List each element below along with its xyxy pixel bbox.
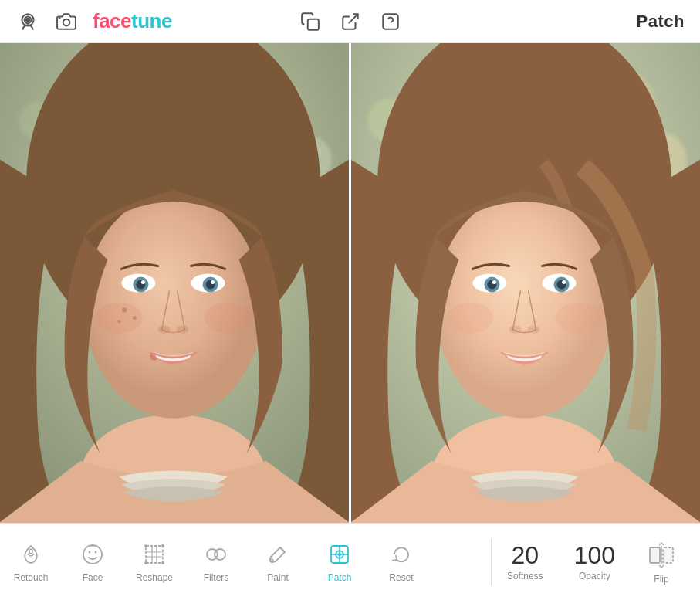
svg-rect-53	[146, 546, 163, 563]
svg-rect-66	[650, 547, 660, 563]
top-bar-left: facetune	[15, 9, 172, 34]
flip-control[interactable]: Flip	[631, 534, 692, 591]
svg-point-27	[133, 316, 137, 320]
svg-point-46	[528, 326, 540, 334]
retouch-label: Retouch	[14, 572, 49, 583]
svg-point-23	[177, 326, 189, 334]
softness-value: 20	[511, 543, 539, 568]
tool-patch[interactable]: Patch	[309, 535, 370, 589]
svg-rect-5	[383, 14, 398, 29]
paint-label: Paint	[267, 572, 288, 583]
opacity-value: 100	[574, 543, 615, 568]
tool-face[interactable]: Face	[62, 535, 123, 589]
svg-point-44	[562, 280, 566, 284]
patch-label: Patch	[328, 572, 352, 583]
svg-point-20	[141, 280, 145, 284]
svg-point-47	[447, 303, 493, 334]
softness-label: Softness	[507, 571, 543, 581]
opacity-control[interactable]: 100 Opacity	[559, 537, 631, 588]
tool-reset[interactable]: Reset	[370, 535, 432, 589]
svg-point-51	[89, 551, 91, 553]
patch-icon	[326, 541, 353, 568]
svg-point-57	[161, 561, 164, 564]
svg-point-2	[63, 19, 70, 25]
filters-icon	[203, 541, 229, 568]
svg-rect-3	[307, 19, 318, 29]
svg-point-43	[492, 280, 496, 284]
paint-icon	[265, 541, 291, 568]
svg-point-60	[270, 559, 273, 562]
tool-controls: 20 Softness 100 Opacity Flip	[492, 534, 700, 591]
before-photo	[0, 43, 349, 523]
svg-point-21	[211, 280, 215, 284]
svg-point-1	[26, 18, 29, 21]
svg-point-65	[338, 553, 341, 556]
before-panel	[0, 43, 349, 523]
image-area	[0, 43, 700, 523]
svg-point-45	[509, 326, 521, 334]
reset-label: Reset	[389, 572, 413, 583]
export-icon[interactable]	[338, 9, 363, 34]
page-title: Patch	[637, 12, 685, 32]
svg-rect-67	[663, 547, 673, 563]
app-logo: facetune	[93, 9, 172, 33]
panel-divider	[349, 43, 351, 523]
top-bar: facetune Patch	[0, 0, 700, 43]
opacity-label: Opacity	[579, 571, 610, 581]
svg-point-50	[83, 545, 102, 564]
svg-point-49	[29, 549, 32, 554]
camera-icon[interactable]	[54, 9, 79, 34]
svg-point-26	[122, 308, 127, 313]
top-bar-center	[298, 9, 403, 34]
after-photo	[351, 43, 700, 523]
svg-point-28	[117, 320, 120, 324]
tool-paint[interactable]: Paint	[247, 535, 309, 589]
svg-point-56	[144, 561, 147, 564]
svg-point-25	[205, 303, 251, 334]
svg-point-22	[157, 326, 170, 334]
tool-retouch[interactable]: Retouch	[0, 535, 62, 589]
face-label: Face	[83, 572, 103, 583]
reshape-icon	[141, 541, 167, 568]
svg-point-54	[144, 544, 147, 547]
svg-point-55	[161, 544, 164, 547]
home-icon[interactable]	[15, 9, 40, 34]
retouch-icon	[18, 541, 44, 568]
tool-reshape[interactable]: Reshape	[123, 535, 185, 589]
help-icon[interactable]	[378, 9, 403, 34]
flip-label: Flip	[654, 574, 668, 585]
svg-point-52	[95, 551, 97, 553]
filters-label: Filters	[204, 572, 229, 583]
bottom-toolbar: Retouch Face	[0, 523, 700, 600]
tool-filters[interactable]: Filters	[185, 535, 247, 589]
after-panel	[351, 43, 700, 523]
svg-point-48	[556, 303, 602, 334]
softness-control[interactable]: 20 Softness	[492, 537, 559, 588]
flip-icon	[646, 540, 677, 571]
reshape-label: Reshape	[136, 572, 173, 583]
reset-icon	[388, 541, 414, 568]
tool-items: Retouch Face	[0, 535, 491, 589]
duplicate-icon[interactable]	[298, 9, 323, 34]
svg-line-4	[348, 14, 357, 23]
face-icon	[79, 541, 106, 568]
